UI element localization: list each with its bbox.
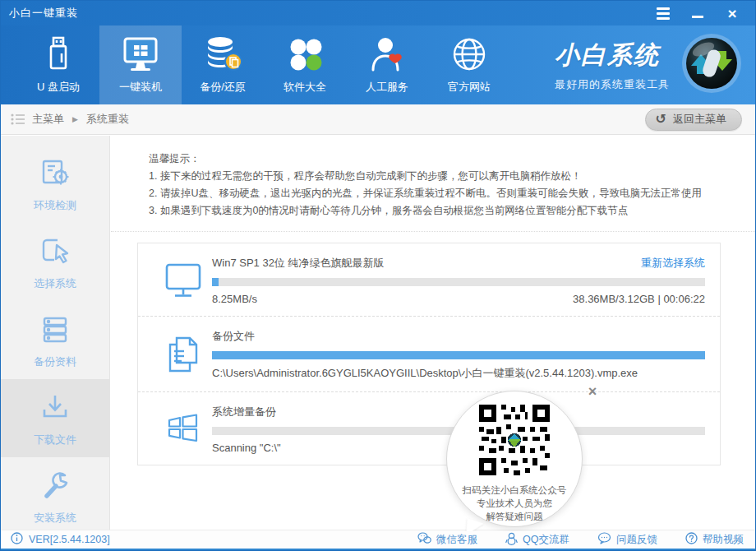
brand-tagline: 最好用的系统重装工具 (555, 77, 670, 92)
nav-item-support[interactable]: 人工服务 (346, 25, 428, 104)
help-video-link[interactable]: 帮助视频 (685, 532, 744, 547)
menu-icon[interactable] (655, 5, 671, 21)
database-backup-icon (202, 35, 243, 73)
env-check-icon (37, 155, 73, 192)
top-navigation: U 盘启动 一键装机 (1, 25, 755, 104)
incremental-backup-section: 系统增量备份 Scanning "C:\" (138, 391, 720, 465)
footer-links: 微信客服 QQ交流群 (417, 532, 744, 548)
qq-icon (505, 532, 518, 548)
close-icon[interactable]: × (724, 5, 740, 21)
nav-item-one-key-install[interactable]: 一键装机 (99, 25, 182, 104)
qr-popup-close-icon[interactable]: × (585, 385, 600, 400)
breadcrumb-current: 系统重装 (86, 112, 129, 127)
backup-file-title: 备份文件 (212, 329, 255, 344)
download-progress-fill (212, 278, 219, 286)
sidebar-item-download-file[interactable]: 下载文件 (1, 379, 109, 457)
documents-icon (154, 327, 212, 381)
backup-file-section: 备份文件 C:\Users\Administrator.6GYGLI5KAOYG… (138, 316, 720, 391)
breadcrumb-bar: 主菜单 ▶ 系统重装 ↺ 返回主菜单 (1, 104, 755, 135)
brand-logo-icon (680, 31, 744, 99)
info-icon (11, 532, 23, 547)
tips-title: 温馨提示： (149, 150, 724, 168)
support-person-icon (368, 35, 406, 73)
version-info[interactable]: VER[2.5.44.1203] (11, 532, 110, 547)
qr-caption: 扫码关注小白系统公众号 专业技术人员为您 解答疑难问题 (463, 484, 567, 523)
nav-item-official-site[interactable]: 官方网站 (428, 25, 510, 104)
select-system-icon (37, 234, 73, 270)
qr-code (479, 405, 550, 479)
install-system-icon (37, 468, 73, 504)
window-title: 小白一键重装 (9, 6, 78, 21)
brand-block: 小白系统 最好用的系统重装工具 (555, 25, 755, 104)
app-window: 小白一键重装 × U 盘启动 (0, 0, 756, 551)
main-content: 温馨提示： 1. 接下来的过程无需您的干预，程序会帮助您自动完成剩下的步骤，您可… (111, 136, 756, 531)
breadcrumb-separator-icon: ▶ (72, 115, 78, 123)
download-speed: 8.25MB/s (212, 293, 257, 305)
progress-sections: Win7 SP1 32位 纯净绿色旗舰最新版 重新选择系统 8.25MB/s 3… (137, 243, 721, 465)
step-sidebar: 环境检测 选择系统 备份资料 (1, 136, 110, 531)
download-progress-text: 38.36MB/3.12GB | 00:06:22 (573, 293, 705, 305)
minimize-icon[interactable] (689, 5, 706, 21)
back-arrow-icon: ↺ (656, 113, 666, 126)
title-bar: 小白一键重装 × (1, 1, 755, 25)
status-bar: VER[2.5.44.1203] 微信客服 (1, 530, 755, 550)
wechat-icon (417, 532, 431, 547)
sidebar-item-install-system[interactable]: 安装系统 (1, 457, 109, 535)
windows-logo-icon (154, 403, 212, 454)
brand-name: 小白系统 (555, 39, 660, 72)
download-file-icon (37, 390, 73, 426)
list-menu-icon (11, 113, 25, 125)
download-progress-bar (212, 278, 705, 286)
backup-file-progress-bar (212, 351, 705, 359)
nav-item-usb-boot[interactable]: U 盘启动 (17, 25, 99, 104)
nav-item-backup-restore[interactable]: 备份/还原 (182, 25, 264, 104)
incremental-backup-title: 系统增量备份 (212, 405, 276, 419)
version-text: VER[2.5.44.1203] (29, 534, 110, 545)
feedback-link[interactable]: 问题反馈 (597, 532, 657, 547)
feedback-bubble-icon (597, 532, 611, 547)
globe-icon (450, 35, 488, 73)
tips-line-3: 3. 如果遇到下载速度为0的情况时请耐心等待几分钟，服务器会自动根据您当前网络位… (149, 202, 724, 220)
wechat-support-link[interactable]: 微信客服 (417, 532, 477, 547)
monitor-install-icon (119, 35, 162, 73)
tips-line-1: 1. 接下来的过程无需您的干预，程序会帮助您自动完成剩下的步骤，您可以离开电脑稍… (149, 168, 724, 185)
sidebar-item-backup-data[interactable]: 备份资料 (1, 301, 109, 379)
back-to-main-menu-button[interactable]: ↺ 返回主菜单 (645, 109, 742, 131)
nav-item-software[interactable]: 软件大全 (264, 25, 346, 104)
download-title: Win7 SP1 32位 纯净绿色旗舰最新版 (212, 256, 385, 271)
tips-block: 温馨提示： 1. 接下来的过程无需您的干预，程序会帮助您自动完成剩下的步骤，您可… (111, 136, 756, 232)
sidebar-item-env-check[interactable]: 环境检测 (1, 145, 109, 223)
sidebar-item-select-system[interactable]: 选择系统 (1, 223, 109, 301)
backup-data-icon (37, 312, 73, 348)
monitor-icon (154, 254, 212, 305)
tips-line-2: 2. 请拔掉U盘、移动硬盘，退出光驱内的光盘，并保证系统重装过程不断电。否则重装… (149, 185, 724, 202)
software-clover-icon (286, 35, 324, 73)
window-controls: × (655, 5, 747, 21)
download-section: Win7 SP1 32位 纯净绿色旗舰最新版 重新选择系统 8.25MB/s 3… (138, 243, 720, 316)
usb-drive-icon (41, 35, 76, 73)
qr-popup: 扫码关注小白系统公众号 专业技术人员为您 解答疑难问题 (446, 391, 583, 527)
backup-file-progress-fill (212, 351, 705, 359)
breadcrumb-root[interactable]: 主菜单 (32, 112, 64, 127)
qq-group-link[interactable]: QQ交流群 (505, 532, 569, 548)
backup-file-path: C:\Users\Administrator.6GYGLI5KAOYGIIL\D… (212, 366, 705, 381)
help-video-icon (685, 532, 698, 547)
reselect-system-link[interactable]: 重新选择系统 (641, 256, 705, 271)
